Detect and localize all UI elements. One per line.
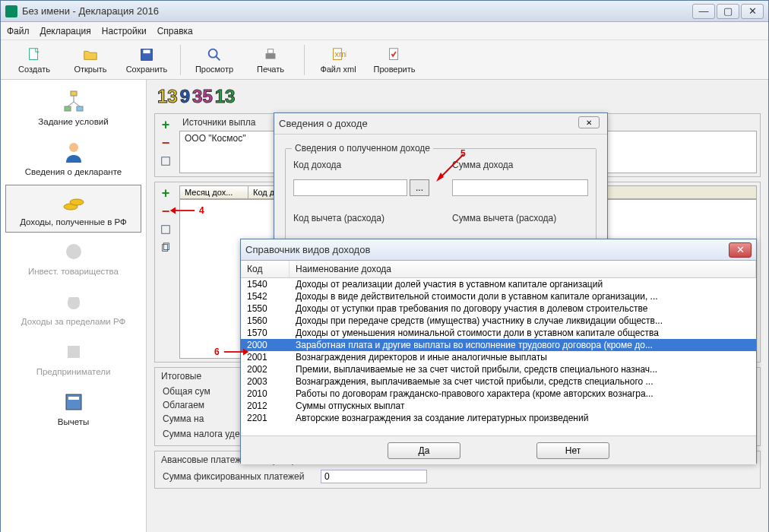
income-type-row[interactable]: 2003Вознаграждения, выплачиваемые за сче… bbox=[241, 375, 756, 388]
toolbar-preview[interactable]: Просмотр bbox=[187, 42, 242, 78]
income-type-row[interactable]: 1540Доходы от реализации долей участия в… bbox=[241, 278, 756, 290]
minimize-button[interactable]: ― bbox=[692, 4, 715, 19]
app-icon bbox=[5, 5, 17, 17]
edit-icon bbox=[160, 156, 171, 166]
income-type-row[interactable]: 1560Доходы при передаче средств (имущест… bbox=[241, 315, 756, 327]
add-source-button[interactable]: + bbox=[158, 117, 173, 132]
dlg1-close-button[interactable]: ✕ bbox=[578, 116, 600, 128]
income-type-row[interactable]: 1570Доходы от уменьшения номинальной сто… bbox=[241, 327, 756, 339]
menu-declaration[interactable]: Декларация bbox=[40, 26, 91, 36]
deduct-code-label: Код вычета (расхода) bbox=[293, 213, 429, 223]
dlg2-no-button[interactable]: Нет bbox=[536, 442, 609, 459]
preview-icon bbox=[206, 46, 223, 63]
dlg2-list[interactable]: 1540Доходы от реализации долей участия в… bbox=[241, 278, 756, 424]
income-sum-input[interactable] bbox=[452, 179, 588, 196]
income-type-row[interactable]: 2002Премии, выплачиваемые не за счет чис… bbox=[241, 363, 756, 375]
num-9[interactable]: 9 bbox=[180, 86, 190, 107]
income-type-row[interactable]: 1550Доходы от уступки прав требования по… bbox=[241, 302, 756, 315]
advance-row-label: Сумма фиксированных платежей bbox=[163, 471, 315, 482]
svg-line-4 bbox=[216, 55, 220, 60]
svg-point-16 bbox=[69, 143, 78, 152]
svg-rect-24 bbox=[162, 226, 170, 234]
svg-marker-28 bbox=[170, 207, 176, 214]
advance-row-input[interactable] bbox=[321, 470, 427, 483]
annotation-4: 4 bbox=[169, 202, 204, 219]
income-code-lookup-button[interactable]: ... bbox=[410, 179, 429, 196]
toolbar-create[interactable]: Создать bbox=[7, 42, 62, 78]
copy-entry-button[interactable] bbox=[158, 240, 173, 255]
tree-icon bbox=[62, 90, 86, 114]
svg-rect-23 bbox=[162, 157, 170, 166]
edit-entry-button[interactable] bbox=[158, 222, 173, 237]
folder-open-icon bbox=[82, 46, 99, 63]
income-type-row[interactable]: 2001Вознаграждения директоров и иные ана… bbox=[241, 351, 756, 363]
svg-point-18 bbox=[70, 199, 84, 205]
dlg2-col-code[interactable]: Код bbox=[241, 261, 290, 277]
toolbar-open[interactable]: Открыть bbox=[63, 42, 118, 78]
dlg2-title: Справочник видов доходов bbox=[245, 244, 729, 255]
svg-rect-0 bbox=[30, 48, 38, 59]
svg-marker-32 bbox=[243, 349, 248, 356]
group-title: Сведения о полученном доходе bbox=[292, 143, 433, 154]
sidebar-conditions[interactable]: Задание условий bbox=[5, 84, 141, 133]
dlg2-col-name[interactable]: Наименование дохода bbox=[290, 261, 756, 277]
annotation-6: 6 bbox=[214, 344, 250, 360]
xml-icon: xml bbox=[330, 46, 347, 63]
dlg1-titlebar[interactable]: Сведения о доходе ✕ bbox=[274, 113, 607, 135]
menubar: Файл Декларация Настройки Справка bbox=[1, 22, 768, 40]
add-entry-button[interactable]: + bbox=[158, 185, 173, 201]
close-button[interactable]: ✕ bbox=[741, 4, 764, 19]
sidebar-income-foreign[interactable]: Доходы за пределами РФ bbox=[5, 284, 141, 333]
invest-icon bbox=[62, 239, 86, 264]
num-13a[interactable]: 13 bbox=[157, 86, 178, 107]
toolbar-xml[interactable]: xml Файл xml bbox=[311, 42, 366, 78]
svg-rect-12 bbox=[77, 106, 83, 111]
num-13b[interactable]: 13 bbox=[215, 86, 236, 107]
toolbar-print[interactable]: Печать bbox=[243, 42, 298, 78]
sidebar-invest[interactable]: Инвест. товарищества bbox=[5, 234, 141, 283]
income-type-row[interactable]: 1542Доходы в виде действительной стоимос… bbox=[241, 290, 756, 302]
copy-icon bbox=[160, 242, 171, 253]
dlg2-titlebar[interactable]: Справочник видов доходов ✕ bbox=[241, 239, 756, 261]
sidebar-business[interactable]: Предприниматели bbox=[5, 334, 141, 383]
edit-icon bbox=[160, 224, 171, 235]
sidebar-deductions[interactable]: Вычеты bbox=[5, 385, 141, 433]
sidebar-income-rf[interactable]: Доходы, полученные в РФ bbox=[5, 185, 141, 233]
remove-source-button[interactable]: − bbox=[158, 135, 173, 150]
menu-settings[interactable]: Настройки bbox=[102, 26, 147, 36]
toolbar-check[interactable]: Проверить bbox=[367, 42, 422, 78]
income-type-row[interactable]: 2012Суммы отпускных выплат bbox=[241, 400, 756, 412]
edit-source-button[interactable] bbox=[158, 154, 173, 169]
dlg2-yes-button[interactable]: Да bbox=[388, 442, 460, 459]
menu-file[interactable]: Файл bbox=[7, 26, 30, 36]
income-type-row[interactable]: 2201Авторские вознаграждения за создание… bbox=[241, 412, 756, 424]
toolbar-save[interactable]: Сохранить bbox=[119, 42, 174, 78]
svg-rect-10 bbox=[71, 91, 77, 96]
print-icon bbox=[262, 46, 279, 63]
moneybag-icon bbox=[62, 290, 86, 314]
svg-rect-20 bbox=[68, 346, 80, 358]
menu-help[interactable]: Справка bbox=[157, 26, 193, 36]
income-code-input[interactable] bbox=[293, 179, 407, 196]
main-titlebar: Без имени - Декларация 2016 ― ▢ ✕ bbox=[1, 1, 768, 22]
col-month[interactable]: Месяц дох... bbox=[180, 186, 248, 198]
coins-icon bbox=[62, 190, 86, 214]
income-type-row[interactable]: 2010Работы по договорам гражданско-право… bbox=[241, 388, 756, 400]
check-icon bbox=[386, 46, 403, 63]
person-icon bbox=[62, 140, 86, 164]
maximize-button[interactable]: ▢ bbox=[717, 4, 739, 19]
num-35[interactable]: 35 bbox=[192, 86, 213, 107]
dlg2-list-header: Код Наименование дохода bbox=[241, 261, 756, 278]
income-type-row[interactable]: 2000Заработная плата и другие выплаты во… bbox=[241, 339, 756, 351]
svg-rect-2 bbox=[143, 49, 150, 53]
dlg1-title: Сведения о доходе bbox=[279, 118, 603, 129]
svg-point-19 bbox=[66, 244, 81, 259]
new-file-icon bbox=[26, 46, 43, 63]
svg-line-14 bbox=[68, 102, 74, 106]
svg-text:xml: xml bbox=[334, 49, 347, 58]
calc-icon bbox=[62, 390, 86, 414]
business-icon bbox=[62, 340, 86, 364]
sidebar: Задание условий Сведения о декларанте До… bbox=[1, 80, 147, 532]
sidebar-declarant[interactable]: Сведения о декларанте bbox=[5, 135, 141, 183]
dlg2-close-button[interactable]: ✕ bbox=[729, 242, 752, 258]
